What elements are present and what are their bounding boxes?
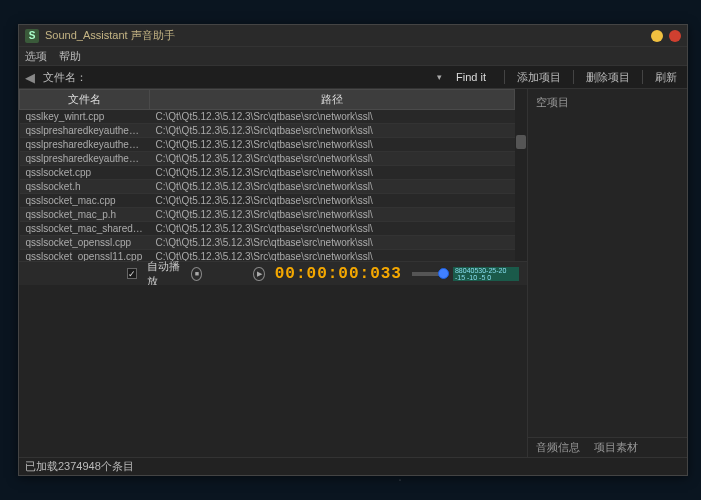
cell-filename: qsslpresharedkeyauthenticator.h bbox=[20, 138, 150, 152]
vertical-scrollbar[interactable] bbox=[515, 89, 527, 261]
separator bbox=[504, 70, 505, 84]
right-pane: 空项目 音频信息 项目素材 bbox=[527, 89, 687, 457]
table-row[interactable]: qsslsocket.cppC:\Qt\Qt5.12.3\5.12.3\Src\… bbox=[20, 166, 515, 180]
app-window: S Sound_Assistant 声音助手 选项 帮助 ◀ 文件名： ▾ Fi… bbox=[18, 24, 688, 476]
cell-filename: qsslsocket_openssl11.cpp bbox=[20, 250, 150, 262]
table-row[interactable]: qsslkey_winrt.cppC:\Qt\Qt5.12.3\5.12.3\S… bbox=[20, 110, 515, 124]
table-row[interactable]: qsslpresharedkeyauthenticator.cppC:\Qt\Q… bbox=[20, 124, 515, 138]
cell-filename: qsslsocket.cpp bbox=[20, 166, 150, 180]
table-row[interactable]: qsslpresharedkeyauthenticator_p.hC:\Qt\Q… bbox=[20, 152, 515, 166]
separator bbox=[642, 70, 643, 84]
cell-filename: qsslsocket_mac_p.h bbox=[20, 208, 150, 222]
empty-project-label: 空项目 bbox=[536, 96, 569, 108]
menu-options[interactable]: 选项 bbox=[25, 49, 47, 64]
scrollbar-thumb[interactable] bbox=[516, 135, 526, 149]
window-title: Sound_Assistant 声音助手 bbox=[45, 28, 175, 43]
nav-back-icon[interactable]: ◀ bbox=[25, 70, 35, 85]
filename-label: 文件名： bbox=[43, 70, 87, 85]
menu-help[interactable]: 帮助 bbox=[59, 49, 81, 64]
cell-filename: qsslkey_winrt.cpp bbox=[20, 110, 150, 124]
separator bbox=[573, 70, 574, 84]
content-area: 文件名 路径 qsslkey_winrt.cppC:\Qt\Qt5.12.3\5… bbox=[19, 89, 687, 457]
table-row[interactable]: qsslpresharedkeyauthenticator.hC:\Qt\Qt5… bbox=[20, 138, 515, 152]
cell-filename: qsslsocket.h bbox=[20, 180, 150, 194]
statusbar: 已加载2374948个条目 bbox=[19, 457, 687, 475]
status-text: 已加载2374948个条目 bbox=[25, 459, 134, 474]
left-pane: 文件名 路径 qsslkey_winrt.cppC:\Qt\Qt5.12.3\5… bbox=[19, 89, 527, 457]
table-row[interactable]: qsslsocket_openssl11.cppC:\Qt\Qt5.12.3\5… bbox=[20, 250, 515, 262]
cell-filename: qsslsocket_mac_shared.cpp bbox=[20, 222, 150, 236]
col-path[interactable]: 路径 bbox=[150, 90, 515, 110]
refresh-button[interactable]: 刷新 bbox=[651, 70, 681, 85]
menubar: 选项 帮助 bbox=[19, 47, 687, 65]
tab-project-assets[interactable]: 项目素材 bbox=[594, 440, 638, 455]
waveform-strip: 88040530-25-20 -15 -10 -5 0 bbox=[453, 267, 519, 281]
cell-path: C:\Qt\Qt5.12.3\5.12.3\Src\qtbase\src\net… bbox=[150, 166, 515, 180]
toolbar: ◀ 文件名： ▾ Find it 添加项目 删除项目 刷新 bbox=[19, 65, 687, 89]
seek-slider[interactable] bbox=[412, 272, 443, 276]
table-row[interactable]: qsslsocket_mac_shared.cppC:\Qt\Qt5.12.3\… bbox=[20, 222, 515, 236]
autoplay-label: 自动播放 bbox=[147, 259, 181, 289]
cell-path: C:\Qt\Qt5.12.3\5.12.3\Src\qtbase\src\net… bbox=[150, 180, 515, 194]
autoplay-checkbox[interactable]: ✓ bbox=[127, 268, 137, 279]
col-filename[interactable]: 文件名 bbox=[20, 90, 150, 110]
table-row[interactable]: qsslsocket_mac.cppC:\Qt\Qt5.12.3\5.12.3\… bbox=[20, 194, 515, 208]
delete-project-button[interactable]: 删除项目 bbox=[582, 70, 634, 85]
cell-filename: qsslsocket_openssl.cpp bbox=[20, 236, 150, 250]
cell-path: C:\Qt\Qt5.12.3\5.12.3\Src\qtbase\src\net… bbox=[150, 110, 515, 124]
dropdown-icon[interactable]: ▾ bbox=[437, 72, 442, 82]
cell-filename: qsslpresharedkeyauthenticator.cpp bbox=[20, 124, 150, 138]
cell-filename: qsslsocket_mac.cpp bbox=[20, 194, 150, 208]
find-it-button[interactable]: Find it bbox=[456, 71, 486, 83]
minimize-button[interactable] bbox=[651, 30, 663, 42]
table-row[interactable]: qsslsocket_openssl.cppC:\Qt\Qt5.12.3\5.1… bbox=[20, 236, 515, 250]
cell-filename: qsslpresharedkeyauthenticator_p.h bbox=[20, 152, 150, 166]
titlebar[interactable]: S Sound_Assistant 声音助手 bbox=[19, 25, 687, 47]
table-row[interactable]: qsslsocket.hC:\Qt\Qt5.12.3\5.12.3\Src\qt… bbox=[20, 180, 515, 194]
stop-button[interactable]: ■ bbox=[191, 267, 202, 281]
right-tabs: 音频信息 项目素材 bbox=[528, 437, 687, 457]
tab-audio-info[interactable]: 音频信息 bbox=[536, 440, 580, 455]
cell-path: C:\Qt\Qt5.12.3\5.12.3\Src\qtbase\src\net… bbox=[150, 208, 515, 222]
cell-path: C:\Qt\Qt5.12.3\5.12.3\Src\qtbase\src\net… bbox=[150, 236, 515, 250]
cell-path: C:\Qt\Qt5.12.3\5.12.3\Src\qtbase\src\net… bbox=[150, 222, 515, 236]
player-bar: ✓ 自动播放 ■ ▶ 00:00:00:033 88040530-25-20 -… bbox=[19, 261, 527, 285]
slider-thumb[interactable] bbox=[438, 268, 449, 279]
app-icon: S bbox=[25, 29, 39, 43]
cell-path: C:\Qt\Qt5.12.3\5.12.3\Src\qtbase\src\net… bbox=[150, 138, 515, 152]
table-row[interactable]: qsslsocket_mac_p.hC:\Qt\Qt5.12.3\5.12.3\… bbox=[20, 208, 515, 222]
play-button[interactable]: ▶ bbox=[253, 267, 264, 281]
cell-path: C:\Qt\Qt5.12.3\5.12.3\Src\qtbase\src\net… bbox=[150, 194, 515, 208]
cell-path: C:\Qt\Qt5.12.3\5.12.3\Src\qtbase\src\net… bbox=[150, 250, 515, 262]
close-button[interactable] bbox=[669, 30, 681, 42]
cell-path: C:\Qt\Qt5.12.3\5.12.3\Src\qtbase\src\net… bbox=[150, 124, 515, 138]
cell-path: C:\Qt\Qt5.12.3\5.12.3\Src\qtbase\src\net… bbox=[150, 152, 515, 166]
file-table[interactable]: 文件名 路径 qsslkey_winrt.cppC:\Qt\Qt5.12.3\5… bbox=[19, 89, 515, 261]
add-project-button[interactable]: 添加项目 bbox=[513, 70, 565, 85]
preview-area bbox=[19, 285, 527, 457]
timecode-display: 00:00:00:033 bbox=[275, 265, 402, 283]
project-list[interactable]: 空项目 bbox=[528, 89, 687, 437]
